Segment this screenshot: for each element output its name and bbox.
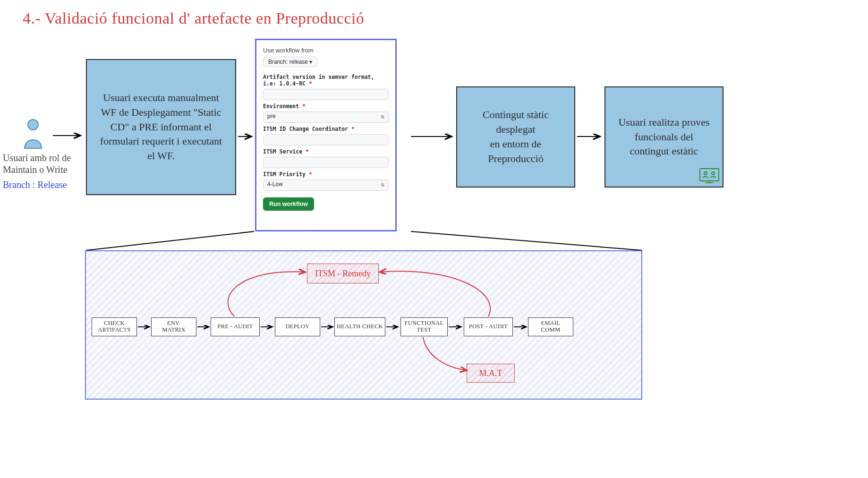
step-pre-audit: PRE - AUDIT <box>211 317 260 336</box>
svg-line-11 <box>411 231 642 250</box>
environment-select[interactable]: pre⇅ <box>263 111 389 123</box>
caret-icon: ⇅ <box>381 183 384 188</box>
step-check-artifacts: CHECK ARTIFACTS <box>92 317 137 336</box>
svg-point-4 <box>704 172 707 175</box>
arrow <box>237 129 256 144</box>
itsm-priority-label: ITSM Priority * <box>263 171 389 178</box>
arrow <box>576 129 605 144</box>
user-functional-tests-box: Usuari realitza proves funcionals del co… <box>604 86 723 188</box>
run-workflow-button[interactable]: Run workflow <box>263 197 314 211</box>
svg-line-10 <box>86 231 254 250</box>
step-env-matrix: ENV. MATRIX <box>151 317 196 336</box>
step-execute-wf-box: Usuari executa manualment WF de Desplega… <box>86 59 236 195</box>
environment-label: Environment * <box>263 103 389 110</box>
svg-rect-1 <box>700 169 719 181</box>
arrow-preaudit-to-itsm <box>211 264 310 320</box>
github-run-workflow-card: Use workflow from Branch: release ▾ Arti… <box>255 39 397 231</box>
step-deploy: DEPLOY <box>275 317 320 336</box>
leader-line <box>410 230 646 253</box>
artifact-version-input[interactable] <box>263 89 389 100</box>
workflow-pipeline-panel: ITSM - Remedy M.A.T CHECK ARTIFACTS ENV.… <box>85 250 642 400</box>
itsm-coord-input[interactable] <box>263 134 389 145</box>
branch-selector-button[interactable]: Branch: release ▾ <box>263 57 317 67</box>
user-role-caption: Usuari amb rol de Maintain o Write <box>3 152 78 176</box>
itsm-service-input[interactable] <box>263 157 389 168</box>
step-email-comm: EMAIL COMM <box>528 317 573 336</box>
svg-point-5 <box>712 172 715 175</box>
svg-point-0 <box>28 120 38 130</box>
step-functional-test: FUNCTIONAL TEST <box>400 317 448 336</box>
user-functional-tests-text: Usuari realitza proves funcionals del co… <box>614 115 714 159</box>
artifact-version-label: Artifact version in semver format, i.e: … <box>263 74 389 87</box>
arrow <box>52 128 85 143</box>
itsm-service-label: ITSM Service * <box>263 148 389 155</box>
step-post-audit: POST - AUDIT <box>464 317 513 336</box>
itsm-remedy-box: ITSM - Remedy <box>307 264 379 283</box>
step-health-check: HEALTH CHECK <box>334 317 385 336</box>
caret-icon: ⇅ <box>381 115 384 120</box>
deployed-result-text: Contingut stàtic desplegat en entorn de … <box>466 108 566 166</box>
page-title: 4.- Validació funcional d' artefacte en … <box>23 9 364 27</box>
video-call-icon <box>699 168 720 185</box>
mat-box: M.A.T <box>467 364 515 383</box>
step-execute-wf-text: Usuari executa manualment WF de Desplega… <box>95 91 227 163</box>
itsm-priority-select[interactable]: 4-Low⇅ <box>263 179 389 191</box>
arrow-postaudit-to-itsm <box>378 264 501 320</box>
branch-caption: Branch : Release <box>3 179 67 190</box>
use-workflow-from-label: Use workflow from <box>263 47 389 54</box>
arrow <box>410 129 457 144</box>
deployed-result-box: Contingut stàtic desplegat en entorn de … <box>456 86 575 188</box>
leader-line <box>85 230 416 253</box>
user-icon <box>23 118 43 151</box>
itsm-coord-label: ITSM ID Change Coordinator * <box>263 126 389 132</box>
